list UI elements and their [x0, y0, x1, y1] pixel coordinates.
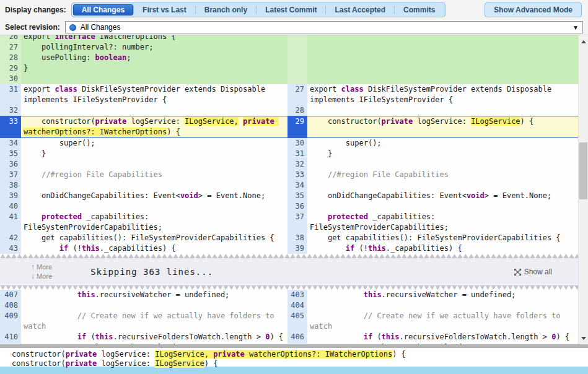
left-line-number[interactable]: 407: [0, 290, 21, 300]
code-token: logService:: [126, 117, 185, 126]
left-line-number[interactable]: 38: [0, 180, 21, 191]
highlighted-token: ILogService: [471, 117, 520, 126]
right-line-number[interactable]: 38: [287, 233, 307, 243]
left-line-number[interactable]: 37: [0, 170, 21, 180]
right-line-number[interactable]: 27: [287, 84, 307, 105]
right-line-number[interactable]: 28: [287, 105, 307, 116]
keyword-token: protected: [42, 212, 82, 221]
left-line-number[interactable]: 35: [0, 149, 21, 159]
diff-bottom-block: 407 this.recursiveWatcher = undefined;40…: [0, 290, 588, 344]
right-line-number[interactable]: 36: [287, 201, 307, 212]
more-down-link[interactable]: ↓ More: [31, 272, 52, 281]
right-line-number[interactable]: [287, 74, 307, 84]
left-line-number[interactable]: 33: [0, 116, 21, 137]
left-line-number[interactable]: 410: [0, 332, 21, 342]
skipped-lines-bar: ↑ More ↓ More Skipping 363 lines... Show…: [0, 258, 588, 285]
vertical-scrollbar[interactable]: [578, 35, 588, 344]
arrow-down-icon: ↓: [31, 272, 35, 280]
triangle-up-icon: [581, 40, 586, 43]
left-line-number[interactable]: 34: [0, 138, 21, 149]
left-line-number[interactable]: 39: [0, 191, 21, 201]
left-code-line: }: [21, 149, 287, 159]
keyword-token: private: [66, 350, 97, 359]
right-line-number[interactable]: 35: [287, 191, 307, 201]
left-line-number[interactable]: 28: [0, 53, 21, 63]
diff-row: 35 }31 }: [0, 149, 588, 159]
left-line-number[interactable]: 27: [0, 42, 21, 53]
diff-row: 31export class DiskFileSystemProvider ex…: [0, 84, 588, 105]
keyword-token: private: [95, 117, 127, 126]
mode-button-commits[interactable]: Commits: [395, 4, 444, 15]
left-line-number[interactable]: 36: [0, 159, 21, 170]
show-all-link[interactable]: Show all: [514, 267, 552, 276]
highlighted-token: ILogService: [155, 359, 204, 368]
scrollbar-thumb[interactable]: [579, 142, 587, 199]
keyword-token: class: [55, 85, 77, 94]
right-line-number[interactable]: 403: [287, 290, 307, 300]
left-line-number[interactable]: 29: [0, 63, 21, 74]
right-line-number[interactable]: [287, 63, 307, 74]
code-token: ._capabilities) {: [386, 244, 462, 253]
mode-button-first-vs-last[interactable]: First vs Last: [134, 4, 195, 15]
right-line-number[interactable]: 32: [287, 159, 307, 170]
right-line-number[interactable]: 406: [287, 332, 307, 342]
left-line-number[interactable]: 41: [0, 212, 21, 233]
right-line-number[interactable]: 30: [287, 138, 307, 149]
code-token: onDidChangeCapabilities: Event<: [310, 191, 467, 200]
code-token: export: [24, 85, 55, 94]
diff-row: 39 onDidChangeCapabilities: Event<void> …: [0, 191, 588, 201]
left-code-line: [21, 300, 287, 311]
left-line-number[interactable]: 408: [0, 300, 21, 311]
left-line-number[interactable]: 42: [0, 233, 21, 243]
right-line-number[interactable]: 34: [287, 180, 307, 191]
left-code-line: // Create new if we actually have folder…: [21, 311, 287, 332]
mode-button-all-changes[interactable]: All Changes: [73, 4, 133, 15]
code-token: ._capabilities) {: [100, 244, 176, 253]
right-line-number[interactable]: 37: [287, 212, 307, 233]
right-line-number[interactable]: 39: [287, 243, 307, 254]
right-line-number[interactable]: 29: [287, 116, 307, 137]
left-line-number[interactable]: 43: [0, 243, 21, 254]
skipped-lines-text: Skipping 363 lines...: [90, 267, 213, 277]
right-code-line: [307, 35, 578, 42]
code-token: pollingInterval?: number;: [24, 43, 154, 51]
keyword-token: class: [341, 85, 364, 94]
left-line-number[interactable]: 411: [0, 342, 21, 344]
mode-button-last-accepted[interactable]: Last Accepted: [326, 4, 394, 15]
right-code-line: export class DiskFileSystemProvider exte…: [307, 84, 578, 105]
diff-row: 33 constructor(private logService: ILogS…: [0, 116, 588, 138]
right-line-number[interactable]: 33: [287, 170, 307, 180]
code-token: ) {: [520, 117, 534, 126]
more-up-link[interactable]: ↑ More: [31, 263, 52, 272]
right-line-number[interactable]: 31: [287, 149, 307, 159]
show-advanced-mode-button[interactable]: Show Advanced Mode: [485, 2, 582, 17]
mode-button-branch-only[interactable]: Branch only: [196, 4, 256, 15]
right-line-number[interactable]: [287, 35, 307, 42]
scroll-up-button[interactable]: [579, 37, 588, 46]
revision-dropdown[interactable]: All Changes ▼: [65, 21, 583, 33]
left-code-line: export interface IWatcherOptions {: [21, 35, 287, 42]
right-line-number[interactable]: [287, 42, 307, 53]
left-line-number[interactable]: 30: [0, 74, 21, 84]
right-line-number[interactable]: 405: [287, 311, 307, 332]
left-code-line: super();: [21, 138, 287, 149]
scroll-down-button[interactable]: [579, 333, 588, 343]
diff-row: 411 let watcherImpl: {407 let watcherImp…: [0, 342, 588, 344]
left-line-number[interactable]: 26: [0, 35, 21, 42]
left-line-number[interactable]: 31: [0, 84, 21, 105]
left-line-number[interactable]: 409: [0, 311, 21, 332]
left-line-number[interactable]: 40: [0, 201, 21, 212]
right-line-number[interactable]: [287, 53, 307, 63]
code-token: ) {: [270, 333, 283, 341]
right-code-line: [307, 105, 578, 116]
mode-button-latest-commit[interactable]: Latest Commit: [257, 4, 325, 15]
right-code-line: super();: [307, 138, 578, 149]
keyword-token: private: [213, 350, 245, 359]
left-line-number[interactable]: 32: [0, 105, 21, 116]
right-line-number[interactable]: 407: [287, 342, 307, 344]
right-code-line: let watcherImpl: {: [307, 342, 578, 344]
right-line-number[interactable]: 404: [287, 300, 307, 311]
diff-row: 408 404: [0, 300, 588, 311]
code-token: > = Event.None;: [198, 191, 265, 200]
code-token: ;: [126, 53, 131, 62]
